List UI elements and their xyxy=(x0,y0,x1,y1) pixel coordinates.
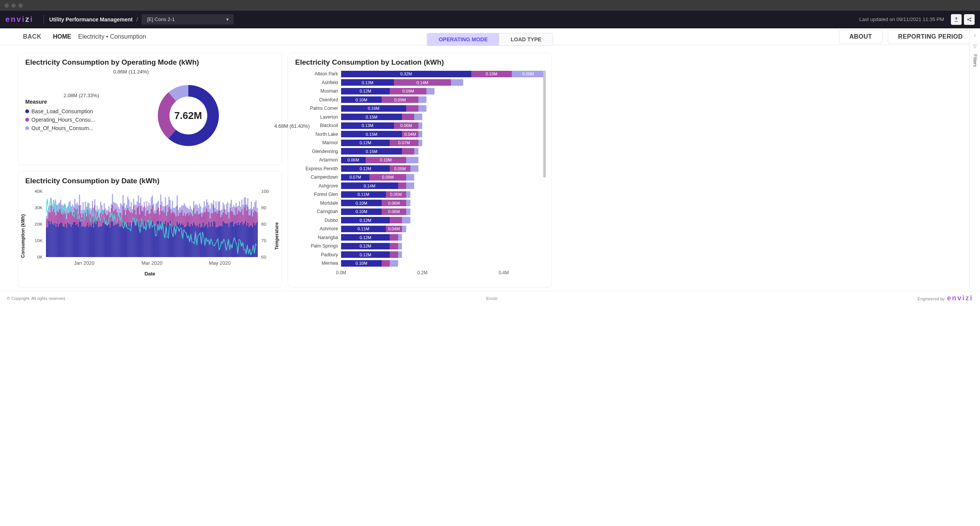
table-row[interactable]: Laverton0.15M xyxy=(295,113,544,122)
stacked-bar: 0.14M xyxy=(341,182,544,189)
table-row[interactable]: Oxenford0.10M0.09M xyxy=(295,96,544,104)
svg-rect-286 xyxy=(153,224,154,257)
svg-rect-373 xyxy=(187,222,188,257)
table-row[interactable]: Express Penrith0.12M0.05M xyxy=(295,164,544,173)
svg-rect-517 xyxy=(244,223,245,257)
filters-label[interactable]: Filters xyxy=(972,54,978,67)
bar-segment xyxy=(390,260,398,267)
table-row[interactable]: Mosman0.12M0.09M xyxy=(295,87,544,96)
svg-rect-277 xyxy=(150,225,151,257)
home-link[interactable]: HOME xyxy=(53,33,71,40)
svg-rect-108 xyxy=(83,202,84,213)
table-row[interactable]: Marmor0.12M0.07M xyxy=(295,138,544,147)
legend-label: Operating_Hours_Consu... xyxy=(31,117,95,123)
table-row[interactable]: Blacksoil0.13M0.06M xyxy=(295,121,544,130)
svg-rect-313 xyxy=(164,224,165,257)
date-chart-plot[interactable]: 0K10K20K30K40K60708090100Jan 2020Mar 202… xyxy=(25,188,274,269)
legend-item[interactable]: Base_Load_Consumption xyxy=(25,107,102,116)
svg-rect-547 xyxy=(255,223,256,257)
table-row[interactable]: Albion Park0.32M0.10M0.08M xyxy=(295,70,544,78)
table-row[interactable]: Palm Springs0.12M xyxy=(295,242,544,251)
svg-rect-328 xyxy=(170,221,171,257)
table-row[interactable]: Glendenning0.15M xyxy=(295,147,544,156)
bar-segment xyxy=(398,251,402,258)
svg-rect-473 xyxy=(226,215,227,224)
svg-rect-296 xyxy=(157,210,158,221)
table-row[interactable]: Mortdale0.10M0.06M xyxy=(295,199,544,208)
svg-rect-550 xyxy=(257,222,258,257)
expand-filters-icon[interactable]: ‹ xyxy=(974,32,976,38)
module-title: Utility Performance Management xyxy=(49,16,133,23)
table-row[interactable]: Dubbo0.12M xyxy=(295,216,544,225)
svg-rect-318 xyxy=(165,197,166,206)
svg-rect-450 xyxy=(217,209,218,213)
svg-rect-38 xyxy=(56,215,57,226)
traffic-light-close[interactable] xyxy=(5,3,9,8)
legend-item[interactable]: Out_Of_Hours_Consum... xyxy=(25,124,102,132)
reporting-period-button[interactable]: REPORTING PERIOD xyxy=(888,30,973,44)
svg-rect-470 xyxy=(225,214,226,223)
scrollbar[interactable] xyxy=(543,70,546,178)
svg-rect-195 xyxy=(117,205,118,212)
table-row[interactable]: Artarmon0.06M0.10M xyxy=(295,156,544,164)
table-row[interactable]: Narangba0.12M xyxy=(295,233,544,242)
svg-text:10K: 10K xyxy=(34,238,43,243)
svg-rect-374 xyxy=(187,213,188,222)
svg-rect-347 xyxy=(176,205,178,221)
svg-rect-440 xyxy=(213,205,214,221)
svg-rect-276 xyxy=(149,203,150,214)
svg-rect-395 xyxy=(196,213,197,226)
funnel-icon[interactable]: ▽ xyxy=(973,44,977,49)
about-button[interactable]: ABOUT xyxy=(839,30,882,44)
table-row[interactable]: Merriwa0.10M xyxy=(295,259,544,268)
svg-rect-516 xyxy=(243,205,244,215)
location-label: Albion Park xyxy=(295,71,341,77)
traffic-light-max[interactable] xyxy=(18,3,23,8)
table-row[interactable]: North Lake0.15M0.04M xyxy=(295,130,544,139)
svg-rect-37 xyxy=(56,226,57,257)
tab-load-type[interactable]: LOAD TYPE xyxy=(499,33,553,46)
table-row[interactable]: Ashgrove0.14M xyxy=(295,182,544,191)
svg-rect-312 xyxy=(163,206,164,210)
svg-rect-169 xyxy=(107,225,108,257)
svg-rect-144 xyxy=(96,206,98,212)
svg-rect-174 xyxy=(108,206,109,212)
svg-rect-297 xyxy=(157,202,158,209)
location-label: Express Penrith xyxy=(295,166,341,171)
bar-segment xyxy=(402,148,414,155)
svg-rect-99 xyxy=(79,195,80,206)
svg-rect-537 xyxy=(251,202,252,210)
tab-operating-mode[interactable]: OPERATING MODE xyxy=(427,33,499,46)
back-button[interactable]: BACK xyxy=(23,33,41,40)
location-label: Padbury xyxy=(295,252,341,257)
svg-rect-399 xyxy=(197,205,198,211)
svg-rect-35 xyxy=(54,212,56,223)
svg-rect-438 xyxy=(212,204,213,213)
svg-rect-487 xyxy=(232,221,233,257)
svg-rect-76 xyxy=(71,226,72,257)
bar-segment: 0.10M xyxy=(366,157,406,163)
svg-rect-34 xyxy=(54,223,56,257)
traffic-light-min[interactable] xyxy=(11,3,16,8)
report-selector-dropdown[interactable]: [E] Cons 2-1 xyxy=(142,14,234,24)
svg-rect-186 xyxy=(113,202,114,211)
table-row[interactable]: Camperdown0.07M0.09M xyxy=(295,173,544,182)
table-row[interactable]: Ashmore0.11M0.04M xyxy=(295,225,544,233)
svg-rect-255 xyxy=(140,197,141,206)
legend-item[interactable]: Operating_Hours_Consu... xyxy=(25,116,102,124)
table-row[interactable]: Caringbah0.10M0.06M xyxy=(295,207,544,216)
svg-rect-104 xyxy=(81,217,82,227)
table-row[interactable]: Forest Glen0.11M0.05M xyxy=(295,190,544,199)
table-row[interactable]: Padbury0.12M xyxy=(295,251,544,259)
svg-rect-105 xyxy=(81,210,82,217)
svg-rect-154 xyxy=(101,226,103,257)
table-row[interactable]: Ashfield0.13M0.14M xyxy=(295,78,544,87)
svg-rect-353 xyxy=(179,213,180,223)
svg-rect-55 xyxy=(62,226,64,257)
share-icon[interactable] xyxy=(964,14,975,25)
export-icon[interactable] xyxy=(951,14,962,25)
svg-rect-201 xyxy=(119,208,120,212)
svg-rect-534 xyxy=(250,208,251,215)
svg-rect-339 xyxy=(173,208,174,212)
table-row[interactable]: Palms Corner0.16M xyxy=(295,104,544,113)
